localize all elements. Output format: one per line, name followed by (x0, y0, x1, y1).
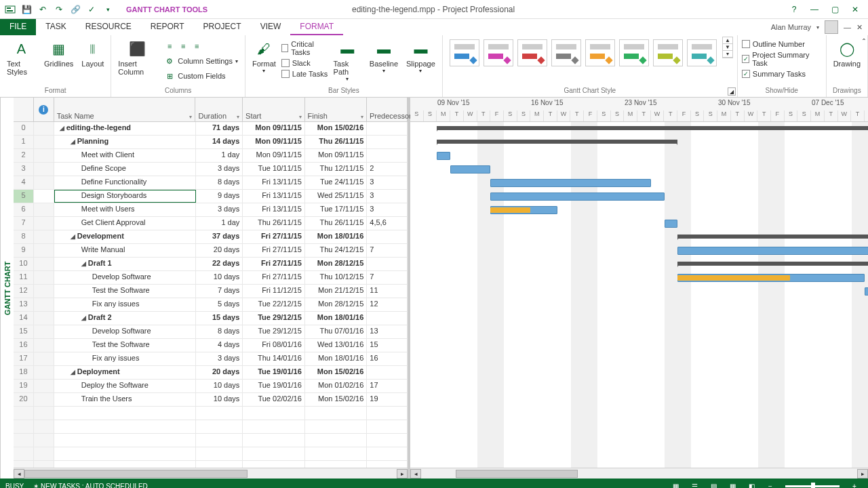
duration-header[interactable]: Duration▾ (195, 98, 243, 121)
view-report-icon[interactable]: ◧ (743, 480, 760, 488)
zoom-out-icon[interactable]: − (762, 480, 778, 488)
table-row[interactable]: 0◢editing-the-legend71 daysMon 09/11/15M… (14, 122, 408, 136)
text-styles-button[interactable]: AText Styles (4, 37, 39, 77)
scroll-left-icon[interactable]: ◂ (410, 469, 421, 479)
table-row[interactable] (14, 420, 408, 434)
slack-check[interactable]: Slack (281, 58, 328, 68)
gallery-scroll[interactable]: ▲▼▾ (722, 37, 733, 58)
table-row[interactable]: 19Deploy the Software10 daysTue 19/01/16… (14, 380, 408, 393)
table-row[interactable]: 20Train the Users10 daysTue 02/02/16Mon … (14, 393, 408, 407)
undo-icon[interactable]: ↶ (35, 2, 50, 17)
tab-task[interactable]: TASK (36, 19, 75, 35)
style-swatch[interactable] (484, 39, 513, 66)
info-column-header[interactable]: i (34, 98, 54, 121)
table-row[interactable]: 9Write Manual20 daysFri 27/11/15Thu 24/1… (14, 244, 408, 258)
insert-column-button[interactable]: ⬛Insert Column (115, 37, 159, 77)
table-row[interactable] (14, 434, 408, 447)
dialog-launcher-icon[interactable]: ◢ (728, 87, 736, 96)
gantt-summary-bar[interactable] (677, 262, 868, 266)
link-icon[interactable]: 🔗 (68, 2, 83, 17)
table-row[interactable]: 6Meet with Users3 daysFri 13/11/15Tue 17… (14, 203, 408, 217)
gantt-summary-bar[interactable] (437, 126, 868, 130)
style-swatch[interactable] (551, 39, 581, 66)
view-task-icon[interactable]: ☰ (686, 480, 703, 488)
gantt-task-bar[interactable] (450, 165, 490, 174)
zoom-slider[interactable] (785, 485, 840, 487)
gantt-task-bar[interactable] (490, 179, 651, 187)
critical-tasks-check[interactable]: Critical Tasks (281, 39, 328, 57)
scroll-left-icon[interactable]: ◂ (14, 469, 24, 479)
slippage-button[interactable]: ▬Slippage▾ (403, 37, 438, 75)
table-row[interactable]: 17Fix any issues3 daysThu 14/01/16Mon 18… (14, 352, 408, 366)
outline-number-check[interactable]: Outline Number (742, 39, 822, 49)
table-row[interactable]: 5Design Storyboards9 daysFri 13/11/15Wed… (14, 190, 408, 203)
gantt-body[interactable] (410, 122, 868, 468)
table-row[interactable]: 7Get Client Approval1 dayThu 26/11/15Thu… (14, 217, 408, 230)
unlink-icon[interactable]: ✓ (84, 2, 99, 17)
table-row[interactable]: 1◢Planning14 daysMon 09/11/15Thu 26/11/1… (14, 136, 408, 149)
predecessors-header[interactable]: Predecessor▾ (367, 98, 408, 121)
table-row[interactable]: 8◢Development37 daysFri 27/11/15Mon 18/0… (14, 230, 408, 244)
table-row[interactable]: 3Define Scope3 daysTue 10/11/15Thu 12/11… (14, 163, 408, 176)
restore-icon[interactable]: ▢ (827, 2, 842, 17)
gantt-task-bar[interactable] (865, 287, 868, 296)
style-swatch[interactable] (619, 39, 649, 66)
scroll-right-icon[interactable]: ▸ (857, 469, 868, 479)
tab-view[interactable]: VIEW (251, 19, 291, 35)
scroll-right-icon[interactable]: ▸ (397, 469, 408, 479)
table-row[interactable] (14, 407, 408, 420)
tab-project[interactable]: PROJECT (194, 19, 251, 35)
gantt-task-bar[interactable] (677, 247, 868, 255)
save-icon[interactable]: 💾 (19, 2, 34, 17)
table-row[interactable]: 18◢Deployment20 daysTue 19/01/16Mon 15/0… (14, 366, 408, 380)
summary-tasks-check[interactable]: ✓Summary Tasks (742, 69, 822, 79)
timeline-header[interactable]: SSMTWTFSSMTWTFSSMTWTFSSMTWTFSSMTWT 09 No… (410, 98, 868, 122)
table-hscroll[interactable] (24, 469, 397, 479)
close-icon[interactable]: ✕ (848, 2, 863, 17)
start-header[interactable]: Start▾ (243, 98, 304, 121)
table-row[interactable]: 16Test the Software4 daysFri 08/01/16Wed… (14, 339, 408, 352)
table-row[interactable]: 12Test the Software7 daysFri 11/12/15Mon… (14, 285, 408, 298)
help-icon[interactable]: ? (787, 2, 802, 17)
format-bars-button[interactable]: 🖌Format▾ (250, 37, 279, 75)
table-row[interactable]: 15Develop Software8 daysTue 29/12/15Thu … (14, 325, 408, 339)
gantt-task-bar[interactable] (665, 220, 678, 228)
doc-close-icon[interactable]: ✕ (856, 23, 863, 32)
view-team-icon[interactable]: ▤ (705, 480, 722, 488)
tab-report[interactable]: REPORT (141, 19, 194, 35)
custom-fields-button[interactable]: ⊞Custom Fields (161, 69, 241, 83)
gantt-summary-bar[interactable] (437, 140, 677, 144)
zoom-in-icon[interactable]: + (846, 480, 863, 488)
tab-format[interactable]: FORMAT (290, 19, 343, 35)
gantt-task-bar[interactable] (437, 152, 450, 160)
table-row[interactable] (14, 461, 408, 468)
view-gantt-icon[interactable]: ▦ (667, 480, 684, 488)
gantt-summary-bar[interactable] (677, 235, 868, 239)
style-swatch[interactable] (687, 39, 717, 66)
baseline-button[interactable]: ▬Baseline▾ (367, 37, 401, 75)
style-swatch[interactable] (585, 39, 615, 66)
task-name-header[interactable]: Task Name▾ (54, 98, 196, 121)
task-path-button[interactable]: ▬Task Path▾ (331, 37, 364, 83)
gridlines-button[interactable]: ▦Gridlines (41, 37, 76, 69)
redo-icon[interactable]: ↷ (52, 2, 66, 17)
user-avatar-icon[interactable] (825, 20, 838, 34)
project-summary-check[interactable]: ✓Project Summary Task (742, 50, 822, 68)
late-tasks-check[interactable]: Late Tasks (281, 69, 328, 79)
align-left-button[interactable]: ≡≡≡ (161, 39, 241, 53)
view-resource-icon[interactable]: ▦ (724, 480, 741, 488)
table-row[interactable]: 2Meet with Client1 dayMon 09/11/15Mon 09… (14, 149, 408, 163)
style-swatch[interactable] (450, 39, 479, 66)
minimize-icon[interactable]: — (807, 2, 822, 17)
table-row[interactable] (14, 447, 408, 461)
collapse-ribbon-icon[interactable]: ˆ (863, 38, 865, 47)
column-settings-button[interactable]: ⚙Column Settings▾ (161, 54, 241, 68)
gantt-task-bar[interactable] (490, 192, 664, 201)
doc-minimize-icon[interactable]: — (844, 23, 851, 31)
style-swatch[interactable] (517, 39, 547, 66)
style-swatch[interactable] (653, 39, 683, 66)
table-row[interactable]: 13Fix any issues5 daysTue 22/12/15Mon 28… (14, 298, 408, 312)
qat-more-icon[interactable]: ▾ (100, 2, 115, 17)
layout-button[interactable]: ⫴Layout (79, 37, 106, 69)
gantt-hscroll[interactable] (421, 469, 857, 479)
